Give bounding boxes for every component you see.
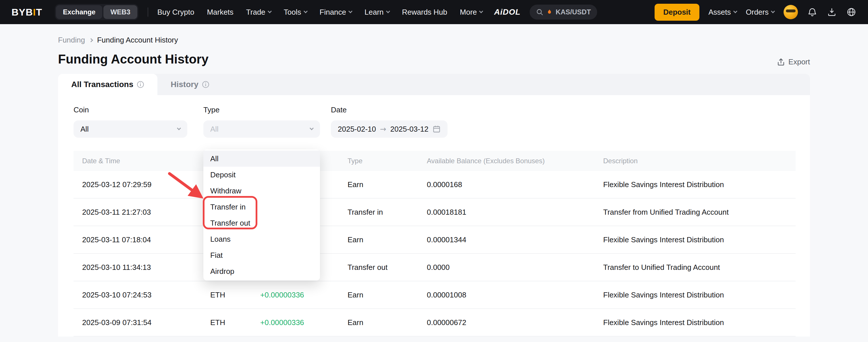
nav-item-finance[interactable]: Finance	[320, 8, 352, 17]
cell-type: Transfer out	[347, 263, 427, 272]
logo-text: T	[36, 7, 42, 18]
nav-item-label: Trade	[246, 8, 266, 17]
chevron-down-icon	[177, 126, 181, 130]
nav-item-label: Tools	[284, 8, 301, 17]
type-select-value: All	[210, 125, 219, 134]
calendar-icon	[433, 125, 441, 133]
type-option-deposit[interactable]: Deposit	[204, 167, 320, 183]
info-icon	[202, 81, 209, 88]
type-select[interactable]: All	[204, 120, 320, 138]
chevron-down-icon	[268, 9, 272, 13]
nav-item-label: More	[460, 8, 477, 17]
table-row: 2025-03-09 07:31:54ETH+0.00000336Earn0.0…	[73, 309, 796, 337]
tab-history[interactable]: History	[157, 74, 222, 95]
bell-icon	[807, 7, 817, 17]
page-title: Funding Account History	[58, 52, 209, 66]
table-body: 2025-03-12 07:29:59Earn0.0000168Flexible…	[73, 171, 796, 337]
search-icon	[536, 8, 544, 16]
column-header: Date & Time	[82, 157, 210, 165]
nav-divider	[148, 7, 148, 17]
product-switcher: Exchange WEB3	[55, 4, 138, 20]
language-button[interactable]	[846, 7, 857, 17]
coin-select[interactable]: All	[73, 120, 187, 138]
cell-balance: 0.00000672	[427, 318, 603, 327]
date-range-arrow: →	[380, 125, 386, 133]
chevron-down-icon	[303, 9, 307, 13]
breadcrumb-current: Funding Account History	[97, 36, 178, 45]
chevron-down-icon	[386, 9, 390, 13]
cell-datetime: 2025-03-11 07:18:04	[82, 235, 210, 244]
cell-datetime: 2025-03-11 21:27:03	[82, 208, 210, 217]
cell-description: Transfer from Unified Trading Account	[603, 208, 796, 217]
nav-item-tools[interactable]: Tools	[284, 8, 307, 17]
nav-menu: Buy CryptoMarketsTradeToolsFinanceLearnR…	[157, 8, 483, 17]
cell-description: Flexible Savings Interest Distribution	[603, 235, 796, 244]
search-pair: KAS/USDT	[556, 8, 591, 16]
cell-datetime: 2025-03-10 07:24:53	[82, 290, 210, 300]
download-app-button[interactable]	[827, 7, 837, 17]
type-option-transfer-out[interactable]: Transfer out	[204, 215, 320, 231]
avatar[interactable]	[783, 5, 798, 19]
cell-description: Transfer to Unified Trading Account	[603, 263, 796, 272]
table-row: 2025-03-10 07:24:53ETH+0.00000336Earn0.0…	[73, 281, 796, 309]
date-filter-label: Date	[331, 106, 447, 115]
download-icon	[827, 7, 837, 17]
web3-tab[interactable]: WEB3	[103, 5, 137, 19]
assets-label: Assets	[709, 8, 731, 17]
coin-select-value: All	[81, 125, 89, 134]
info-icon	[137, 81, 144, 88]
nav-item-buy-crypto[interactable]: Buy Crypto	[157, 8, 194, 17]
table-row: 2025-03-11 21:27:03Transfer in0.00018181…	[73, 199, 796, 226]
nav-item-markets[interactable]: Markets	[207, 8, 233, 17]
globe-icon	[846, 7, 857, 17]
type-option-all[interactable]: All	[204, 151, 320, 167]
top-nav: BYBIT Exchange WEB3 Buy CryptoMarketsTra…	[0, 0, 868, 24]
date-range-picker[interactable]: 2025-02-10 → 2025-03-12	[331, 120, 447, 138]
cell-type: Earn	[347, 235, 427, 244]
exchange-tab[interactable]: Exchange	[56, 5, 102, 19]
aidol-logo[interactable]: AiDOL	[494, 7, 521, 17]
export-button[interactable]: Export	[777, 57, 810, 66]
assets-menu[interactable]: Assets	[709, 8, 737, 17]
search-box[interactable]: KAS/USDT	[530, 5, 597, 20]
type-option-withdraw[interactable]: Withdraw	[204, 183, 320, 199]
cell-datetime: 2025-03-10 11:34:13	[82, 263, 210, 272]
nav-item-rewards-hub[interactable]: Rewards Hub	[402, 8, 447, 17]
type-option-loans[interactable]: Loans	[204, 231, 320, 247]
nav-item-more[interactable]: More	[460, 8, 483, 17]
transactions-table: Date & TimeTypeAvailable Balance (Exclud…	[73, 151, 796, 337]
nav-item-learn[interactable]: Learn	[365, 8, 390, 17]
tabs: All Transactions History	[58, 74, 810, 95]
notifications-button[interactable]	[807, 7, 817, 17]
tab-all-transactions[interactable]: All Transactions	[58, 74, 157, 95]
logo-accent: I	[33, 7, 36, 18]
breadcrumb-funding[interactable]: Funding	[58, 36, 85, 45]
date-to: 2025-03-12	[390, 125, 429, 134]
column-header: Description	[603, 157, 796, 165]
deposit-button[interactable]: Deposit	[655, 4, 699, 21]
column-header: Available Balance (Excludes Bonuses)	[427, 157, 603, 165]
cell-type: Transfer in	[347, 208, 427, 217]
type-filter-label: Type	[204, 106, 320, 115]
nav-item-label: Finance	[320, 8, 346, 17]
cell-type: Earn	[347, 290, 427, 300]
nav-item-label: Learn	[365, 8, 384, 17]
cell-balance: 0.0000	[427, 263, 603, 272]
cell-balance: 0.00001008	[427, 290, 603, 300]
nav-item-label: Rewards Hub	[402, 8, 447, 17]
type-option-fiat[interactable]: Fiat	[204, 247, 320, 263]
bybit-logo[interactable]: BYBIT	[11, 7, 42, 18]
type-option-airdrop[interactable]: Airdrop	[204, 263, 320, 279]
chevron-down-icon	[733, 9, 737, 13]
cell-coin: ETH	[210, 318, 260, 327]
orders-menu[interactable]: Orders	[746, 8, 774, 17]
table-row: 2025-03-12 07:29:59Earn0.0000168Flexible…	[73, 171, 796, 199]
tab-label: All Transactions	[71, 80, 133, 89]
cell-balance: 0.00001344	[427, 235, 603, 244]
cell-description: Flexible Savings Interest Distribution	[603, 318, 796, 327]
chevron-down-icon	[479, 9, 483, 13]
nav-item-trade[interactable]: Trade	[246, 8, 271, 17]
logo-text: BYB	[11, 7, 33, 18]
type-option-transfer-in[interactable]: Transfer in	[204, 199, 320, 215]
date-from: 2025-02-10	[338, 125, 376, 134]
